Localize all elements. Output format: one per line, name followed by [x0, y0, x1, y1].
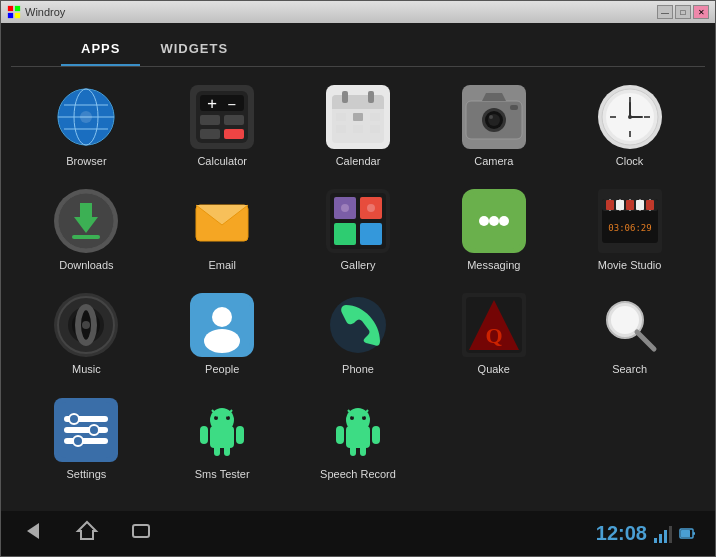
svg-rect-3 — [15, 13, 20, 18]
svg-rect-77 — [626, 200, 634, 210]
svg-rect-132 — [681, 530, 690, 537]
svg-rect-125 — [133, 525, 149, 537]
app-settings[interactable]: Settings — [21, 390, 152, 489]
svg-rect-127 — [659, 534, 662, 543]
smstester-icon — [190, 398, 254, 462]
minimize-button[interactable]: — — [657, 5, 673, 19]
gallery-label: Gallery — [341, 259, 376, 272]
svg-rect-129 — [669, 526, 672, 543]
svg-point-64 — [479, 216, 489, 226]
svg-rect-116 — [372, 426, 380, 444]
quake-label: Quake — [478, 363, 510, 376]
close-button[interactable]: ✕ — [693, 5, 709, 19]
app-calendar[interactable]: Calendar — [293, 77, 424, 176]
svg-point-110 — [226, 416, 230, 420]
window-frame: Windroy — □ ✕ APPS WIDGETS — [0, 0, 716, 557]
calendar-label: Calendar — [336, 155, 381, 168]
svg-rect-106 — [236, 426, 244, 444]
svg-rect-25 — [353, 113, 363, 121]
app-clock[interactable]: Clock — [564, 77, 695, 176]
svg-rect-131 — [693, 532, 695, 535]
svg-rect-18 — [224, 129, 244, 139]
svg-rect-59 — [334, 223, 356, 245]
svg-point-101 — [89, 425, 99, 435]
tab-widgets[interactable]: WIDGETS — [140, 31, 248, 66]
title-bar-left: Windroy — [7, 5, 65, 19]
svg-point-84 — [82, 321, 90, 329]
settings-icon — [54, 398, 118, 462]
phone-icon — [326, 293, 390, 357]
email-label: Email — [208, 259, 236, 272]
svg-point-46 — [628, 115, 632, 119]
app-messaging[interactable]: Messaging — [428, 181, 559, 280]
svg-point-65 — [489, 216, 499, 226]
app-quake[interactable]: Q Quake — [428, 285, 559, 384]
bottom-nav-bar: 12:08 — [1, 511, 715, 556]
maximize-button[interactable]: □ — [675, 5, 691, 19]
app-calculator[interactable]: − + Calculator — [157, 77, 288, 176]
recents-button[interactable] — [129, 519, 153, 548]
svg-text:Q: Q — [485, 323, 502, 348]
system-info: 12:08 — [596, 522, 695, 545]
app-camera[interactable]: Camera — [428, 77, 559, 176]
app-music[interactable]: Music — [21, 285, 152, 384]
svg-rect-28 — [353, 125, 363, 133]
app-gallery[interactable]: Gallery — [293, 181, 424, 280]
clock-label: Clock — [616, 155, 644, 168]
app-smstester[interactable]: Sms Tester — [157, 390, 288, 489]
app-people[interactable]: People — [157, 285, 288, 384]
quake-icon: Q — [462, 293, 526, 357]
smstester-label: Sms Tester — [195, 468, 250, 481]
svg-rect-126 — [654, 538, 657, 543]
svg-rect-27 — [336, 125, 346, 133]
svg-rect-115 — [336, 426, 344, 444]
app-phone[interactable]: Phone — [293, 285, 424, 384]
svg-marker-123 — [27, 523, 39, 539]
browser-label: Browser — [66, 155, 106, 168]
tab-apps[interactable]: APPS — [61, 31, 140, 66]
gallery-icon — [326, 189, 390, 253]
back-button[interactable] — [21, 519, 45, 548]
battery-icon — [679, 526, 695, 542]
svg-point-36 — [489, 115, 493, 119]
svg-marker-32 — [482, 93, 506, 101]
svg-point-61 — [341, 204, 349, 212]
svg-point-109 — [214, 416, 218, 420]
svg-point-10 — [80, 111, 92, 123]
svg-rect-78 — [636, 200, 644, 210]
app-email[interactable]: Email — [157, 181, 288, 280]
svg-text:+: + — [207, 94, 217, 113]
svg-rect-50 — [72, 235, 100, 239]
svg-rect-118 — [360, 444, 366, 456]
app-moviestudio[interactable]: 03:06:29 Movie Studio — [564, 181, 695, 280]
svg-rect-16 — [224, 115, 244, 125]
svg-rect-60 — [360, 223, 382, 245]
browser-icon — [54, 85, 118, 149]
svg-rect-21 — [332, 103, 384, 109]
svg-text:−: − — [228, 96, 236, 112]
nav-buttons — [21, 519, 153, 548]
app-speechrecord[interactable]: Speech Record — [293, 390, 424, 489]
svg-rect-24 — [336, 113, 346, 121]
svg-rect-128 — [664, 530, 667, 543]
svg-rect-17 — [200, 129, 220, 139]
svg-rect-99 — [64, 438, 108, 444]
svg-rect-79 — [646, 200, 654, 210]
app-downloads[interactable]: Downloads — [21, 181, 152, 280]
svg-rect-23 — [368, 91, 374, 103]
svg-point-87 — [212, 307, 232, 327]
settings-label: Settings — [67, 468, 107, 481]
app-search[interactable]: Search — [564, 285, 695, 384]
home-button[interactable] — [75, 519, 99, 548]
svg-rect-1 — [15, 6, 20, 11]
app-browser[interactable]: Browser — [21, 77, 152, 176]
svg-rect-117 — [350, 444, 356, 456]
status-time: 12:08 — [596, 522, 647, 545]
calculator-label: Calculator — [197, 155, 247, 168]
signal-icon — [653, 524, 673, 544]
svg-rect-26 — [370, 113, 380, 121]
calendar-icon — [326, 85, 390, 149]
svg-point-120 — [362, 416, 366, 420]
svg-rect-76 — [616, 200, 624, 210]
messaging-label: Messaging — [467, 259, 520, 272]
